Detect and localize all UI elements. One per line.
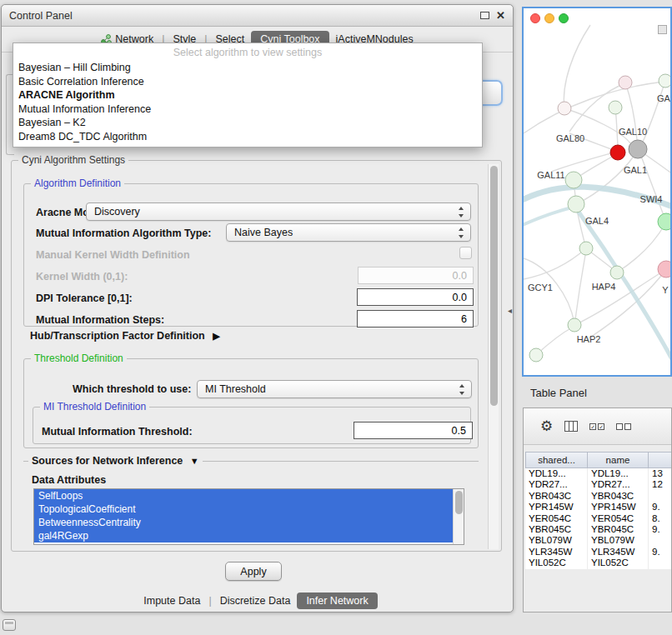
checked-box-glyph: ✓ bbox=[589, 423, 596, 430]
settings-scrollbar-thumb[interactable] bbox=[490, 166, 498, 406]
cell-shared-name[interactable]: YBL079W bbox=[525, 535, 588, 546]
network-node[interactable] bbox=[619, 76, 632, 89]
network-node[interactable] bbox=[529, 348, 543, 362]
algorithm-option[interactable]: Dream8 DC_TDC Algorithm bbox=[13, 130, 482, 144]
dpi-tolerance-field[interactable]: 0.0 bbox=[357, 288, 474, 306]
cell-name[interactable]: YDL19... bbox=[588, 468, 649, 479]
close-window-icon[interactable] bbox=[530, 13, 540, 23]
table-row[interactable]: YLR345W YLR345W 9. bbox=[525, 547, 672, 558]
splitter-arrow-icon[interactable]: ◂ bbox=[508, 306, 512, 315]
network-view-panel[interactable]: GAL GAL80 GAL10 GAL11 GAL1 SWI4 GAL4 GCY… bbox=[522, 7, 672, 377]
cell-shared-name[interactable]: YBR045C bbox=[525, 524, 588, 535]
cell-name[interactable]: YBR043C bbox=[588, 491, 649, 502]
gear-icon[interactable]: ⚙ bbox=[540, 419, 553, 433]
algorithm-option[interactable]: Basic Correlation Inference bbox=[13, 75, 482, 89]
table-row[interactable]: YBL079W YBL079W bbox=[525, 535, 672, 546]
cell-shared-name[interactable]: YLR345W bbox=[525, 547, 588, 558]
node-label: GAL4 bbox=[585, 216, 609, 226]
network-scroll-corner bbox=[658, 25, 667, 34]
cell-value[interactable]: 12 bbox=[649, 479, 672, 490]
cell-value[interactable]: 13 bbox=[649, 468, 672, 479]
table-row[interactable]: YDR27... YDR27... 12 bbox=[525, 479, 672, 490]
cell-shared-name[interactable]: YBR043C bbox=[525, 491, 588, 502]
network-node[interactable] bbox=[558, 102, 571, 115]
zoom-window-icon[interactable] bbox=[559, 13, 569, 23]
cell-value[interactable]: 9. bbox=[649, 502, 672, 512]
cell-shared-name[interactable]: YIL052C bbox=[525, 558, 588, 568]
restore-panel-icon[interactable] bbox=[3, 619, 16, 631]
table-row[interactable]: YIL052C YIL052C bbox=[525, 558, 672, 568]
network-node-green[interactable] bbox=[658, 213, 672, 230]
column-header-clipped[interactable] bbox=[649, 452, 672, 468]
cell-name[interactable]: YPR145W bbox=[588, 502, 649, 512]
cell-name[interactable]: YBR045C bbox=[588, 524, 649, 535]
network-node[interactable] bbox=[579, 242, 593, 255]
cell-value[interactable] bbox=[649, 535, 672, 546]
cell-shared-name[interactable]: YDL19... bbox=[525, 468, 588, 479]
apply-button[interactable]: Apply bbox=[225, 562, 282, 581]
algorithm-option[interactable]: Bayesian – Hill Climbing bbox=[13, 61, 482, 75]
algorithm-select-popup: Select algorithm to view settings Bayesi… bbox=[13, 42, 483, 148]
attribute-item-selected[interactable]: BetweennessCentrality bbox=[34, 516, 453, 529]
column-browser-icon[interactable] bbox=[564, 421, 578, 432]
cell-name[interactable]: YBL079W bbox=[588, 535, 649, 546]
network-node[interactable] bbox=[568, 196, 584, 212]
hub-section-header[interactable]: Hub/Transcription Factor Definition ▶ bbox=[30, 330, 220, 342]
attribute-item-selected[interactable]: TopologicalCoefficient bbox=[34, 502, 453, 516]
algorithm-option-selected[interactable]: ARACNE Algorithm bbox=[13, 88, 482, 102]
network-node[interactable] bbox=[609, 101, 622, 114]
network-node-red[interactable] bbox=[610, 145, 625, 160]
minimize-window-icon[interactable] bbox=[544, 13, 554, 23]
cell-shared-name[interactable]: YPR145W bbox=[525, 502, 588, 512]
network-node[interactable] bbox=[659, 74, 672, 88]
cell-value[interactable] bbox=[649, 491, 672, 502]
attributes-scrollbar-thumb[interactable] bbox=[455, 491, 463, 514]
cell-name[interactable]: YLR345W bbox=[588, 547, 649, 558]
mi-algorithm-type-label: Mutual Information Algorithm Type: bbox=[36, 228, 211, 239]
algorithm-option[interactable]: Mutual Information Inference bbox=[13, 102, 482, 117]
cell-value[interactable]: 8. bbox=[649, 513, 672, 524]
cell-value[interactable]: 9. bbox=[649, 524, 672, 535]
cell-value[interactable]: 9. bbox=[649, 547, 672, 558]
select-all-icon[interactable]: ✓ ✓ bbox=[589, 423, 604, 430]
cell-value[interactable] bbox=[649, 558, 672, 568]
table-row[interactable]: YDL19... YDL19... 13 bbox=[525, 468, 672, 479]
network-node-gray[interactable] bbox=[629, 140, 647, 158]
table-row[interactable]: YBR043C YBR043C bbox=[525, 491, 672, 502]
tab-impute-data[interactable]: Impute Data bbox=[137, 592, 207, 609]
cell-name[interactable]: YER054C bbox=[588, 513, 649, 524]
table-row[interactable]: YPR145W YPR145W 9. bbox=[525, 502, 672, 512]
attributes-list-scrollbar[interactable] bbox=[453, 489, 464, 544]
tab-infer-network[interactable]: Infer Network bbox=[297, 592, 377, 609]
aracne-mode-value: Discovery bbox=[94, 206, 140, 218]
apply-button-label: Apply bbox=[240, 566, 266, 578]
cell-shared-name[interactable]: YER054C bbox=[525, 513, 588, 524]
cell-shared-name[interactable]: YDR27... bbox=[525, 479, 588, 490]
attribute-item-selected[interactable]: SelfLoops bbox=[34, 489, 453, 502]
attribute-item-selected[interactable]: gal4RGexp bbox=[34, 529, 453, 542]
algorithm-option[interactable]: Bayesian – K2 bbox=[13, 116, 482, 130]
network-node[interactable] bbox=[568, 318, 581, 332]
mi-steps-field[interactable]: 6 bbox=[357, 310, 474, 328]
aracne-mode-select[interactable]: Discovery bbox=[86, 202, 471, 221]
table-row[interactable]: YER054C YER054C 8. bbox=[525, 513, 672, 524]
column-header-shared-name[interactable]: shared... bbox=[525, 452, 588, 468]
close-icon[interactable]: ✕ bbox=[496, 10, 505, 21]
tab-separator: | bbox=[207, 595, 213, 607]
network-node[interactable] bbox=[565, 172, 582, 188]
tab-discretize-data[interactable]: Discretize Data bbox=[213, 592, 298, 609]
table-row[interactable]: YBR045C YBR045C 9. bbox=[525, 524, 672, 535]
mi-algorithm-type-select[interactable]: Naive Bayes bbox=[226, 223, 471, 242]
column-header-name[interactable]: name bbox=[588, 452, 649, 468]
node-label: GAL10 bbox=[619, 127, 647, 137]
settings-scrollbar[interactable] bbox=[488, 164, 499, 549]
cell-name[interactable]: YDR27... bbox=[588, 479, 649, 490]
network-node[interactable] bbox=[610, 266, 624, 279]
cell-name[interactable]: YIL052C bbox=[588, 558, 649, 568]
mi-threshold-field[interactable]: 0.5 bbox=[354, 422, 473, 439]
deselect-all-icon[interactable] bbox=[616, 423, 631, 430]
sources-section-header[interactable]: Sources for Network Inference ▼ bbox=[28, 455, 203, 467]
network-node-pink[interactable] bbox=[658, 261, 672, 278]
which-threshold-select[interactable]: MI Threshold bbox=[197, 380, 472, 398]
float-window-icon[interactable] bbox=[480, 12, 489, 19]
